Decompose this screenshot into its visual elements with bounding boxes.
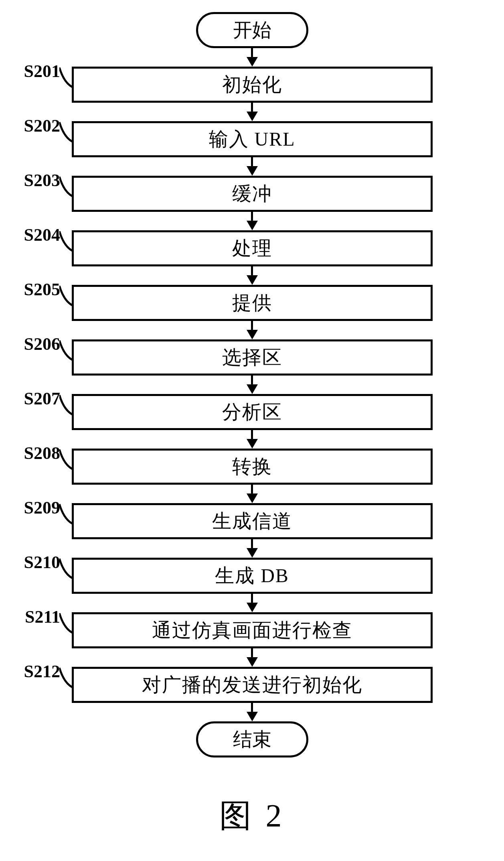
process-box: 生成信道 bbox=[72, 503, 433, 539]
arrow bbox=[244, 648, 260, 667]
arrow bbox=[244, 485, 260, 503]
process-label: 处理 bbox=[232, 236, 272, 261]
step-id-s207: S207 bbox=[4, 388, 60, 409]
flowchart-canvas: 开始 S201 初始化 S202 输入 URL S203 缓冲 S204 处理 bbox=[0, 0, 504, 861]
process-box: 提供 bbox=[72, 285, 433, 321]
arrow bbox=[244, 703, 260, 721]
arrow bbox=[244, 48, 260, 67]
step-id-s204: S204 bbox=[4, 225, 60, 245]
process-label: 通过仿真画面进行检查 bbox=[152, 617, 352, 643]
process-box: 输入 URL bbox=[72, 121, 433, 157]
step-id-s201: S201 bbox=[4, 61, 60, 81]
process-label: 生成信道 bbox=[212, 508, 292, 534]
process-label: 缓冲 bbox=[232, 181, 272, 207]
step-id-s206: S206 bbox=[4, 334, 60, 354]
arrow bbox=[244, 157, 260, 176]
terminator-start-label: 开始 bbox=[233, 17, 271, 43]
process-box: 处理 bbox=[72, 230, 433, 266]
figure-caption: 图 2 bbox=[219, 794, 285, 838]
process-label: 提供 bbox=[232, 290, 272, 316]
arrow bbox=[244, 212, 260, 230]
arrow bbox=[244, 103, 260, 121]
step-id-s212: S212 bbox=[4, 661, 60, 682]
process-box: 通过仿真画面进行检查 bbox=[72, 612, 433, 648]
process-label: 生成 DB bbox=[215, 563, 289, 589]
terminator-end: 结束 bbox=[196, 721, 308, 757]
process-box: 分析区 bbox=[72, 394, 433, 430]
process-box: 转换 bbox=[72, 449, 433, 485]
step-id-s208: S208 bbox=[4, 443, 60, 463]
arrow bbox=[244, 376, 260, 394]
process-label: 转换 bbox=[232, 454, 272, 479]
process-box: 生成 DB bbox=[72, 558, 433, 594]
process-label: 选择区 bbox=[222, 345, 282, 370]
terminator-start: 开始 bbox=[196, 12, 308, 48]
step-id-s203: S203 bbox=[4, 170, 60, 191]
process-box: 初始化 bbox=[72, 67, 433, 103]
step-id-s210: S210 bbox=[4, 552, 60, 573]
arrow bbox=[244, 539, 260, 558]
arrow bbox=[244, 430, 260, 449]
arrow bbox=[244, 594, 260, 612]
step-id-s211: S211 bbox=[4, 607, 60, 627]
process-box: 选择区 bbox=[72, 339, 433, 376]
arrow bbox=[244, 266, 260, 285]
arrow bbox=[244, 321, 260, 339]
terminator-end-label: 结束 bbox=[233, 727, 271, 752]
step-id-s202: S202 bbox=[4, 116, 60, 136]
process-label: 初始化 bbox=[222, 72, 282, 97]
process-box: 缓冲 bbox=[72, 176, 433, 212]
process-label: 输入 URL bbox=[209, 126, 296, 152]
step-id-s209: S209 bbox=[4, 498, 60, 518]
process-label: 对广播的发送进行初始化 bbox=[142, 672, 362, 698]
process-label: 分析区 bbox=[222, 399, 282, 425]
step-id-s205: S205 bbox=[4, 279, 60, 300]
process-box: 对广播的发送进行初始化 bbox=[72, 667, 433, 703]
